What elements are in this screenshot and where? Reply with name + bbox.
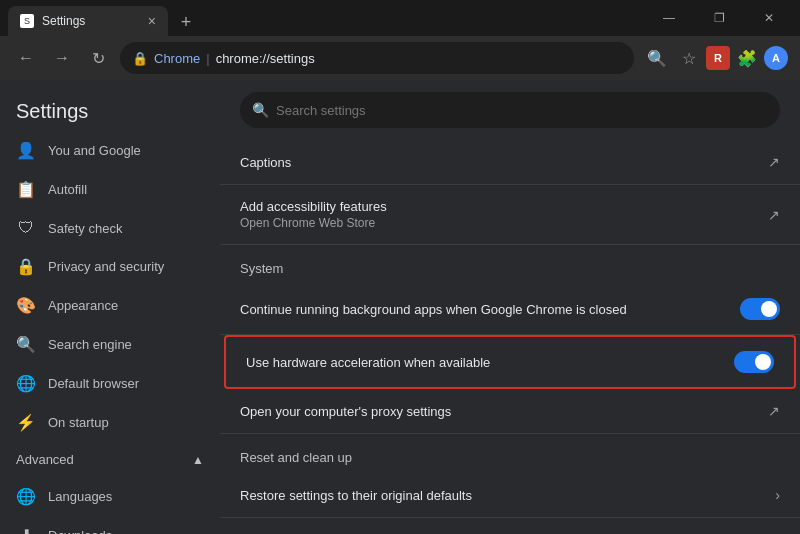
proxy-title: Open your computer's proxy settings <box>240 404 768 419</box>
settings-tab[interactable]: S Settings × <box>8 6 168 36</box>
hardware-accel-title: Use hardware acceleration when available <box>246 355 734 370</box>
restore-chevron-icon: › <box>775 487 780 503</box>
on-startup-icon: ⚡ <box>16 413 36 432</box>
url-bar[interactable]: 🔒 Chrome | chrome://settings <box>120 42 634 74</box>
hardware-accel-thumb <box>755 354 771 370</box>
titlebar: S Settings × + — ❐ ✕ <box>0 0 800 36</box>
reload-button[interactable]: ↻ <box>84 44 112 72</box>
sidebar-item-safety-check[interactable]: 🛡 Safety check <box>0 209 212 247</box>
sidebar-label-you-and-google: You and Google <box>48 143 141 158</box>
languages-icon: 🌐 <box>16 487 36 506</box>
sidebar-label-languages: Languages <box>48 489 112 504</box>
url-host: Chrome <box>154 51 200 66</box>
accessibility-subtitle: Open Chrome Web Store <box>240 216 768 230</box>
advanced-label: Advanced <box>16 452 74 467</box>
accessibility-external-icon: ↗ <box>768 207 780 223</box>
restore-title: Restore settings to their original defau… <box>240 488 775 503</box>
main-layout: Settings 👤 You and Google 📋 Autofill 🛡 S… <box>0 80 800 534</box>
restore-text: Restore settings to their original defau… <box>240 488 775 503</box>
tab-bar: S Settings × + <box>8 0 200 36</box>
search-toolbar-button[interactable]: 🔍 <box>642 43 672 73</box>
background-apps-track <box>740 298 780 320</box>
search-icon: 🔍 <box>252 102 269 118</box>
toolbar-icons: 🔍 ☆ R 🧩 A <box>642 43 788 73</box>
proxy-settings-row[interactable]: Open your computer's proxy settings ↗ <box>220 389 800 434</box>
background-apps-row[interactable]: Continue running background apps when Go… <box>220 284 800 335</box>
background-apps-toggle[interactable] <box>740 298 780 320</box>
you-and-google-icon: 👤 <box>16 141 36 160</box>
search-wrap: 🔍 <box>240 92 780 128</box>
captions-external-icon: ↗ <box>768 154 780 170</box>
sidebar-advanced-header[interactable]: Advanced ▲ <box>0 442 220 477</box>
captions-row[interactable]: Captions ↗ <box>220 140 800 185</box>
sidebar-item-appearance[interactable]: 🎨 Appearance <box>0 286 212 325</box>
bookmark-button[interactable]: ☆ <box>674 43 704 73</box>
tab-favicon: S <box>20 14 34 28</box>
sidebar-label-on-startup: On startup <box>48 415 109 430</box>
extensions-button[interactable]: 🧩 <box>732 43 762 73</box>
close-window-button[interactable]: ✕ <box>746 3 792 33</box>
background-apps-title: Continue running background apps when Go… <box>240 302 740 317</box>
new-tab-button[interactable]: + <box>172 8 200 36</box>
sidebar-item-you-and-google[interactable]: 👤 You and Google <box>0 131 212 170</box>
hardware-accel-text: Use hardware acceleration when available <box>246 355 734 370</box>
sidebar-item-languages[interactable]: 🌐 Languages <box>0 477 212 516</box>
sidebar-item-on-startup[interactable]: ⚡ On startup <box>0 403 212 442</box>
minimize-button[interactable]: — <box>646 3 692 33</box>
url-separator: | <box>206 51 209 66</box>
search-input[interactable] <box>240 92 780 128</box>
restore-defaults-row[interactable]: Restore settings to their original defau… <box>220 473 800 518</box>
content-area: 🔍 Captions ↗ Add accessibility features … <box>220 80 800 534</box>
captions-title: Captions <box>240 155 768 170</box>
captions-text: Captions <box>240 155 768 170</box>
sidebar-label-appearance: Appearance <box>48 298 118 313</box>
accessibility-title: Add accessibility features <box>240 199 768 214</box>
avatar[interactable]: A <box>764 46 788 70</box>
sidebar-label-privacy: Privacy and security <box>48 259 164 274</box>
appearance-icon: 🎨 <box>16 296 36 315</box>
privacy-icon: 🔒 <box>16 257 36 276</box>
sidebar-item-default-browser[interactable]: 🌐 Default browser <box>0 364 212 403</box>
background-apps-text: Continue running background apps when Go… <box>240 302 740 317</box>
safety-check-icon: 🛡 <box>16 219 36 237</box>
system-section-label: System <box>220 245 800 284</box>
reset-section-label: Reset and clean up <box>220 434 800 473</box>
accessibility-features-row[interactable]: Add accessibility features Open Chrome W… <box>220 185 800 245</box>
restore-button[interactable]: ❐ <box>696 3 742 33</box>
tab-title: Settings <box>42 14 85 28</box>
advanced-arrow-icon: ▲ <box>192 453 204 467</box>
sidebar-label-safety-check: Safety check <box>48 221 122 236</box>
autofill-icon: 📋 <box>16 180 36 199</box>
extension-icon[interactable]: R <box>706 46 730 70</box>
search-bar: 🔍 <box>220 80 800 140</box>
hardware-accel-track <box>734 351 774 373</box>
hardware-acceleration-row[interactable]: Use hardware acceleration when available <box>224 335 796 389</box>
sidebar-item-autofill[interactable]: 📋 Autofill <box>0 170 212 209</box>
sidebar-item-privacy-security[interactable]: 🔒 Privacy and security <box>0 247 212 286</box>
background-apps-thumb <box>761 301 777 317</box>
sidebar-item-search-engine[interactable]: 🔍 Search engine <box>0 325 212 364</box>
sidebar-label-default-browser: Default browser <box>48 376 139 391</box>
clean-computer-row[interactable]: Clean up computer › <box>220 518 800 534</box>
search-engine-icon: 🔍 <box>16 335 36 354</box>
protocol-icon: 🔒 <box>132 51 148 66</box>
sidebar-item-downloads[interactable]: ⬇ Downloads <box>0 516 212 534</box>
addressbar: ← → ↻ 🔒 Chrome | chrome://settings 🔍 ☆ R… <box>0 36 800 80</box>
back-button[interactable]: ← <box>12 44 40 72</box>
sidebar: Settings 👤 You and Google 📋 Autofill 🛡 S… <box>0 80 220 534</box>
sidebar-label-autofill: Autofill <box>48 182 87 197</box>
window-controls: — ❐ ✕ <box>646 3 792 33</box>
url-path: chrome://settings <box>216 51 315 66</box>
sidebar-label-downloads: Downloads <box>48 528 112 534</box>
hardware-accel-toggle[interactable] <box>734 351 774 373</box>
default-browser-icon: 🌐 <box>16 374 36 393</box>
sidebar-label-search-engine: Search engine <box>48 337 132 352</box>
proxy-text: Open your computer's proxy settings <box>240 404 768 419</box>
downloads-icon: ⬇ <box>16 526 36 534</box>
sidebar-title: Settings <box>0 88 220 131</box>
close-tab-button[interactable]: × <box>148 13 156 29</box>
forward-button[interactable]: → <box>48 44 76 72</box>
accessibility-text: Add accessibility features Open Chrome W… <box>240 199 768 230</box>
proxy-external-icon: ↗ <box>768 403 780 419</box>
